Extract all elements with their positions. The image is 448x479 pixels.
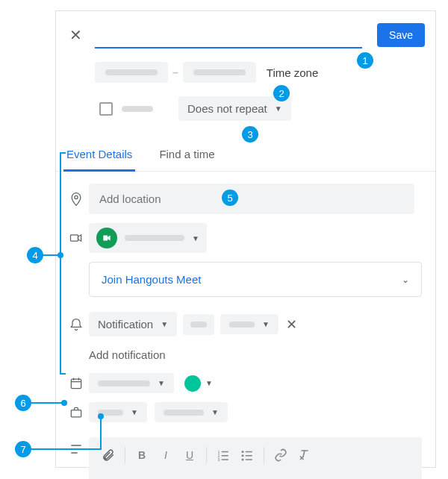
chevron-down-icon: ▼ (275, 104, 282, 113)
svg-point-14 (242, 459, 244, 461)
reminder-value-input[interactable] (183, 314, 214, 335)
remove-reminder-icon[interactable]: ✕ (286, 316, 297, 333)
svg-rect-3 (71, 410, 81, 416)
editor-toolbar: B I U 123 (89, 445, 422, 466)
join-meet-link[interactable]: Join Hangouts Meet (102, 273, 201, 286)
recurrence-select[interactable]: Does not repeat ▼ (178, 96, 291, 121)
video-icon (63, 231, 89, 245)
chevron-down-icon: ▼ (158, 379, 165, 387)
hangouts-meet-icon (96, 228, 117, 248)
bulleted-list-icon[interactable] (237, 445, 258, 466)
calendar-icon (63, 376, 89, 391)
link-icon[interactable] (270, 445, 291, 466)
location-input[interactable] (89, 184, 414, 214)
event-color-select[interactable]: ▼ (184, 375, 213, 392)
color-dot (184, 375, 201, 392)
svg-rect-15 (246, 459, 252, 460)
start-datetime-chip[interactable] (95, 62, 168, 83)
svg-rect-7 (222, 455, 228, 457)
add-notification-button[interactable]: Add notification (56, 341, 435, 364)
allday-label (122, 106, 153, 112)
chevron-down-icon: ▼ (211, 408, 219, 416)
location-icon (63, 192, 89, 207)
chevron-down-icon: ▼ (262, 320, 270, 328)
callout-6: 6 (15, 395, 31, 411)
save-button[interactable]: Save (377, 23, 425, 47)
svg-rect-1 (71, 235, 78, 241)
svg-rect-2 (71, 379, 81, 389)
description-editor[interactable]: B I U 123 (89, 437, 422, 479)
tab-event-details[interactable]: Event Details (63, 140, 135, 172)
range-dash: – (172, 66, 178, 78)
event-editor: ✕ Save – Time zone Does not repeat ▼ Eve… (55, 10, 436, 468)
calendar-select[interactable]: ▼ (89, 373, 174, 393)
availability-select[interactable]: ▼ (89, 402, 147, 422)
svg-rect-11 (246, 451, 252, 453)
svg-rect-13 (246, 455, 252, 457)
svg-point-10 (242, 451, 244, 453)
svg-point-12 (242, 454, 244, 457)
conferencing-select[interactable]: ▼ (89, 223, 207, 253)
reminder-method-select[interactable]: Notification ▼ (89, 312, 177, 336)
reminder-unit-select[interactable]: ▼ (220, 314, 279, 334)
join-meet-box[interactable]: Join Hangouts Meet ⌄ (89, 262, 422, 297)
chevron-down-icon[interactable]: ⌄ (402, 275, 409, 285)
briefcase-icon (63, 405, 89, 420)
bell-icon (63, 317, 89, 332)
svg-rect-5 (222, 451, 228, 453)
bold-icon[interactable]: B (131, 445, 152, 466)
chevron-down-icon: ▼ (131, 408, 138, 416)
timezone-label[interactable]: Time zone (267, 66, 318, 79)
callout-3: 3 (242, 126, 258, 143)
callout-7: 7 (15, 441, 31, 457)
svg-point-0 (75, 195, 78, 198)
chevron-down-icon: ▼ (205, 379, 213, 387)
chevron-down-icon: ▼ (192, 234, 199, 242)
close-icon[interactable]: ✕ (66, 26, 84, 44)
allday-checkbox[interactable] (99, 102, 113, 116)
clear-format-icon[interactable] (294, 445, 315, 466)
underline-icon[interactable]: U (179, 445, 200, 466)
event-title-input[interactable] (95, 22, 362, 48)
callout-2: 2 (273, 85, 290, 101)
chevron-down-icon: ▼ (161, 320, 168, 328)
callout-4: 4 (27, 247, 43, 263)
callout-5: 5 (222, 190, 238, 206)
italic-icon[interactable]: I (155, 445, 176, 466)
svg-rect-9 (222, 459, 228, 460)
callout-1: 1 (357, 52, 373, 69)
numbered-list-icon[interactable]: 123 (213, 445, 234, 466)
tab-find-a-time[interactable]: Find a time (156, 140, 217, 171)
visibility-select[interactable]: ▼ (155, 402, 228, 422)
end-datetime-chip[interactable] (183, 62, 256, 83)
svg-text:3: 3 (218, 457, 220, 462)
